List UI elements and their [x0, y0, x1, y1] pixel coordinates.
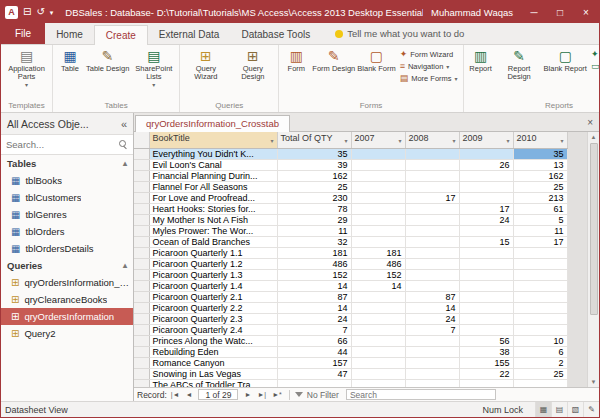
cell[interactable]: Picaroon Quarterly 2.3	[149, 314, 277, 325]
cell[interactable]	[351, 336, 405, 347]
vertical-scrollbar[interactable]: ▲ ▼	[587, 132, 599, 387]
cell[interactable]: Picaroon Quarterly 1.1	[149, 248, 277, 259]
table-design-button[interactable]: ✎Table Design	[85, 46, 130, 100]
cell[interactable]: Picaroon Quarterly 1.3	[149, 270, 277, 281]
cell[interactable]: Financial Planning Durin...	[149, 171, 277, 182]
previous-record-button[interactable]: ◄	[184, 391, 195, 398]
cell[interactable]: 486	[351, 259, 405, 270]
cell[interactable]	[459, 380, 513, 388]
cell[interactable]	[459, 281, 513, 292]
close-button[interactable]: ×	[573, 1, 599, 23]
column-dropdown-icon[interactable]: ▾	[398, 135, 401, 148]
row-selector[interactable]	[134, 292, 149, 303]
cell[interactable]: Princes Along the Watc...	[149, 336, 277, 347]
form-design-button[interactable]: ✎Form Design	[311, 46, 356, 100]
cell[interactable]: 38	[459, 347, 513, 358]
row-selector[interactable]	[134, 193, 149, 204]
cell[interactable]	[351, 347, 405, 358]
cell[interactable]	[351, 193, 405, 204]
last-record-button[interactable]: ►|	[255, 391, 268, 398]
ribbon-tab-database-tools[interactable]: Database Tools	[230, 25, 321, 44]
new-record-button[interactable]: ►*	[270, 391, 284, 398]
cell[interactable]	[351, 303, 405, 314]
shutter-bar-icon[interactable]: «	[121, 118, 127, 130]
column-header-2010[interactable]: ▾2010	[513, 132, 567, 149]
cell[interactable]	[351, 226, 405, 237]
cell[interactable]: 6	[513, 347, 567, 358]
column-dropdown-icon[interactable]: ▾	[270, 135, 273, 148]
table-button[interactable]: ▦Table	[55, 46, 85, 100]
cell[interactable]: 155	[459, 358, 513, 369]
document-close-icon[interactable]: ×	[587, 117, 593, 131]
cell[interactable]: Snowing in Las Vegas	[149, 369, 277, 380]
cell[interactable]: 486	[277, 259, 351, 270]
application-parts-button[interactable]: ▤Application Parts▾	[3, 46, 50, 100]
cell[interactable]: 2	[513, 358, 567, 369]
cell[interactable]: 162	[513, 171, 567, 182]
row-selector[interactable]	[134, 325, 149, 336]
cell[interactable]: 7	[277, 325, 351, 336]
cell[interactable]: 78	[277, 204, 351, 215]
cell[interactable]	[405, 182, 459, 193]
cell[interactable]	[513, 325, 567, 336]
document-tab-crosstab[interactable]: qryOrdersInformation_Crosstab	[135, 115, 290, 132]
cell[interactable]: 25	[513, 369, 567, 380]
report-wizard-button[interactable]: ✦Report Wizard	[589, 48, 599, 60]
cell[interactable]	[405, 204, 459, 215]
cell[interactable]: 35	[277, 149, 351, 160]
cell[interactable]	[351, 237, 405, 248]
cell[interactable]	[513, 380, 567, 388]
filter-status[interactable]: No Filter	[307, 390, 339, 400]
report-button[interactable]: ▥Report	[466, 46, 496, 100]
cell[interactable]: 181	[277, 248, 351, 259]
sql-view-button[interactable]: ▧	[567, 402, 583, 417]
cell[interactable]: 14	[277, 281, 351, 292]
cell[interactable]	[351, 369, 405, 380]
row-selector[interactable]	[134, 171, 149, 182]
cell[interactable]	[405, 281, 459, 292]
row-selector[interactable]	[134, 369, 149, 380]
cell[interactable]	[351, 325, 405, 336]
design-view-button[interactable]: ✎	[583, 402, 599, 417]
cell[interactable]: 152	[277, 270, 351, 281]
cell[interactable]	[351, 204, 405, 215]
cell[interactable]	[405, 215, 459, 226]
ribbon-tab-file[interactable]: File	[1, 23, 45, 44]
cell[interactable]: 24	[405, 314, 459, 325]
cell[interactable]	[459, 226, 513, 237]
nav-item-qryordersinformation[interactable]: ⊞qryOrdersInformation	[1, 308, 133, 325]
cell[interactable]: 29	[277, 215, 351, 226]
row-selector[interactable]	[134, 281, 149, 292]
cell[interactable]: 15	[459, 237, 513, 248]
nav-item-query2[interactable]: ⊞Query2	[1, 325, 133, 342]
cell[interactable]	[405, 237, 459, 248]
cell[interactable]: 17	[459, 204, 513, 215]
cell[interactable]: 35	[513, 149, 567, 160]
cell[interactable]: 14	[405, 303, 459, 314]
cell[interactable]: Evil Loon's Canal	[149, 160, 277, 171]
cell[interactable]: My Mother Is Not A Fish	[149, 215, 277, 226]
navigation-button[interactable]: ≡Navigation▾	[398, 60, 460, 72]
form-button[interactable]: ▥Form	[281, 46, 311, 100]
nav-item-tblcustomers[interactable]: ▦tblCustomers	[1, 189, 133, 206]
cell[interactable]	[351, 292, 405, 303]
cell[interactable]: Picaroon Quarterly 2.4	[149, 325, 277, 336]
cell[interactable]: 44	[277, 347, 351, 358]
cell[interactable]: Everything You Didn't K...	[149, 149, 277, 160]
cell[interactable]	[277, 380, 351, 388]
column-header-booktitle[interactable]: ▾BookTitle	[149, 132, 277, 149]
cell[interactable]	[459, 248, 513, 259]
cell[interactable]: 17	[513, 237, 567, 248]
select-all-header[interactable]	[134, 132, 149, 149]
cell[interactable]	[351, 314, 405, 325]
cell[interactable]: 56	[459, 336, 513, 347]
row-selector[interactable]	[134, 204, 149, 215]
nav-item-qryclearancebooks[interactable]: ⊞qryClearanceBooks	[1, 291, 133, 308]
datasheet-view-button[interactable]: ▦	[535, 402, 551, 417]
column-header-2007[interactable]: ▾2007	[351, 132, 405, 149]
cell[interactable]: 213	[513, 193, 567, 204]
cell[interactable]	[351, 358, 405, 369]
query-wizard-button[interactable]: ⊞Query Wizard	[182, 46, 229, 100]
ribbon-tab-create[interactable]: Create	[94, 25, 148, 45]
nav-item-tblbooks[interactable]: ▦tblBooks	[1, 172, 133, 189]
